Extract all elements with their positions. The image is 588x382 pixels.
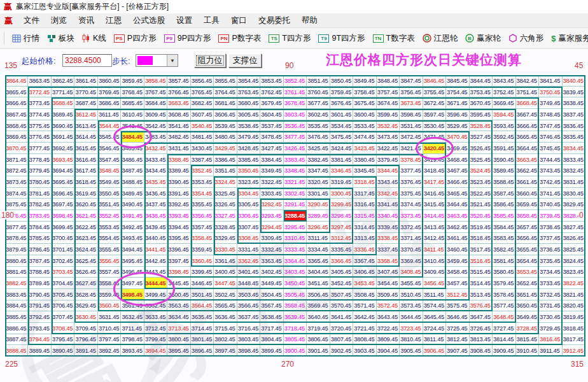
price-cell: 3875.45 [5,199,28,210]
price-cell: 3821.45 [563,289,585,301]
price-cell: 3429.45 [214,143,237,154]
toolbar-gripper [4,32,5,45]
price-cell: 3762.45 [260,87,283,98]
price-cell: 3466.45 [446,176,469,188]
toolbar-button[interactable]: TST四方形 [265,33,314,44]
price-cell: 3788.45 [28,267,51,278]
support-button[interactable]: 支撑位 [228,53,262,67]
price-cell: 3590.45 [493,154,515,166]
price-cell: 3626.45 [74,267,97,278]
menu-item[interactable]: 交易委托 [253,16,296,25]
toolbar-button[interactable]: 行情 [8,33,43,44]
price-cell: 3858.45 [144,75,167,87]
menu-item[interactable]: 设置 [171,16,198,25]
price-cell: 3502.45 [214,289,237,301]
price-cell: 3688.45 [52,97,74,109]
menu-item[interactable]: 江恩 [100,16,127,25]
price-cell: 3744.45 [539,154,562,166]
toolbar-button[interactable]: 六角形 [505,33,548,44]
toolbar-button[interactable]: B赢家轮 [461,33,505,44]
menu-item[interactable]: 帮助 [296,16,323,25]
price-cell: 3380.45 [353,154,376,166]
price-cell: 3669.45 [493,97,515,109]
price-cell: 3737.45 [539,233,562,244]
price-cell: 3541.45 [167,120,190,132]
price-cell: 3709.45 [74,323,97,334]
menu-item[interactable]: 工具 [198,16,225,25]
price-cell: 3373.45 [400,210,423,222]
toolbar-button[interactable]: $赢家服务 [547,33,588,44]
toolbar-button[interactable]: P99P四方形 [160,33,215,44]
price-cell: 3468.45 [446,154,469,166]
price-cell: 3724.45 [423,323,446,334]
price-cell: 3566.45 [237,301,260,312]
price-cell: 3903.45 [353,345,376,357]
menu-item[interactable]: 资讯 [73,16,100,25]
price-cell: 3601.45 [330,109,353,120]
toolbar-button[interactable]: PSP四方形 [110,33,160,44]
toolbar-button[interactable]: 江恩轮 [419,33,462,44]
menu-item[interactable]: 文件 [18,16,45,25]
resistance-button[interactable]: 阻力位 [194,53,226,67]
price-cell: 3443.45 [144,267,167,278]
toolbar-button[interactable]: T99T四方形 [314,33,368,44]
price-cell: 3369.45 [400,255,423,267]
application-window: 赢 赢家江恩专业版[赢家服务平台] - [价格正方形] 赢 文件浏览资讯江恩公式… [0,0,588,382]
toolbar-button[interactable]: PNP数字表 [214,33,265,44]
price-cell: 3575.45 [446,301,469,312]
price-cell: 3778.45 [28,154,51,166]
step-color-select[interactable]: ▼ [136,54,178,67]
price-cell: 3703.45 [52,267,74,278]
price-cell: 3577.45 [493,301,515,312]
price-cell: 3506.45 [307,289,330,301]
app-menu-icon[interactable]: 赢 [0,15,18,27]
price-cell: 3420.45 [423,143,446,154]
price-cell: 3868.45 [5,120,28,132]
price-cell: 3375.45 [400,188,423,199]
price-cell: 3879.45 [5,244,28,255]
price-cell: 3361.45 [214,255,237,267]
price-cell: 3570.45 [330,301,353,312]
price-cell: 3710.45 [98,323,121,334]
price-cell: 3405.45 [330,267,353,278]
price-cell: 3670.45 [470,97,493,109]
toolbar-button[interactable]: 板块 [43,33,78,44]
price-cell: 3687.45 [74,97,97,109]
price-cell: 3486.45 [121,154,144,166]
price-cell: 3388.45 [167,154,190,166]
price-cell: 3730.45 [539,311,562,323]
price-cell: 3893.45 [121,345,144,357]
price-cell: 3751.45 [516,87,539,98]
toolbar-button[interactable]: K线 [78,33,110,44]
price-cell: 3745.45 [539,143,562,154]
price-cell: 3414.45 [423,210,446,222]
price-cell: 3314.45 [353,222,376,233]
price-cell: 3834.45 [563,143,585,154]
chevron-down-icon[interactable]: ▼ [167,55,178,66]
price-cell: 3398.45 [167,267,190,278]
tn-badge-icon: TN [373,34,384,43]
price-cell: 3418.45 [423,165,446,176]
ts-badge-icon: TS [269,34,279,43]
price-cell: 3455.45 [400,278,423,289]
toolbar-button[interactable]: TNT数字表 [369,33,419,44]
price-cell: 3440.45 [144,233,167,244]
price-cell: 3304.45 [237,188,260,199]
price-cell: 3467.45 [446,165,469,176]
start-price-input[interactable] [62,54,112,67]
price-cell: 3473.45 [377,131,400,143]
price-cell: 3713.45 [167,323,190,334]
price-cell: 3551.45 [98,199,121,210]
price-cell: 3695.45 [52,176,74,188]
price-cell: 3872.45 [5,165,28,176]
menu-item[interactable]: 公式选股 [127,16,171,25]
menu-item[interactable]: 窗口 [225,16,253,25]
price-cell: 3836.45 [563,120,585,132]
price-cell: 3358.45 [191,233,214,244]
ps-badge-icon: PS [114,34,125,43]
price-cell: 3680.45 [237,97,260,109]
price-cell: 3336.45 [353,244,376,255]
price-cell: 3805.45 [284,334,307,346]
menu-item[interactable]: 浏览 [45,16,73,25]
price-cell: 3302.45 [284,188,307,199]
